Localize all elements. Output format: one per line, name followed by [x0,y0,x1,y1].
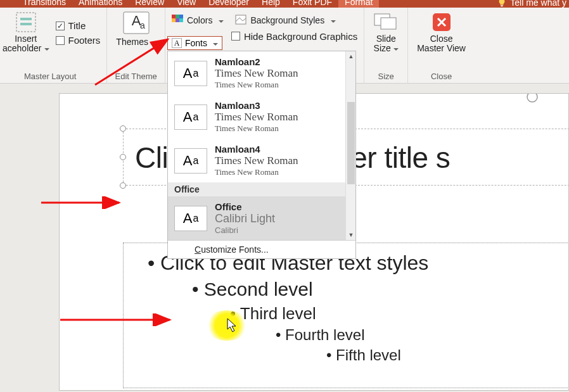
themes-icon: Aa [123,11,150,35]
font-swatch-icon: Aa [174,148,207,174]
fonts-scrollbar[interactable]: ▲ ▼ [345,51,355,240]
tab-view[interactable]: View [170,0,202,8]
font-scheme-name: Namloan4 [215,144,298,155]
colors-label: Colors [187,15,212,25]
font-scheme-namloan4[interactable]: Aa Namloan4 Times New Roman Times New Ro… [168,139,355,182]
insert-placeholder-icon [15,11,37,33]
hide-background-label: Hide Background Graphics [244,31,357,42]
font-scheme-heading: Calibri Light [215,212,275,225]
tab-review[interactable]: Review [129,0,170,8]
slide-size-button[interactable]: SlideSize [371,11,401,71]
close-icon [431,11,452,33]
tell-me-search[interactable]: Tell me what y [497,0,569,8]
title-checkbox[interactable]: Title [56,20,101,31]
font-scheme-heading: Times New Roman [215,67,298,80]
font-scheme-office[interactable]: Aa Office Calibri Light Calibri [168,196,355,240]
font-scheme-namloan2[interactable]: Aa Namloan2 Times New Roman Times New Ro… [168,51,355,95]
svg-rect-10 [172,18,176,22]
svg-rect-3 [20,23,32,25]
body-placeholder[interactable]: Click to edit Master text styles Second … [123,243,569,388]
footers-check-label: Footers [68,35,101,46]
font-scheme-name: Office [215,201,275,212]
svg-text:a: a [140,20,145,30]
colors-icon [172,15,183,26]
tab-format[interactable]: Format [338,0,379,8]
font-scheme-name: Namloan3 [215,100,298,111]
text-level-3[interactable]: Third level [230,303,569,325]
fonts-dropdown: Aa Namloan2 Times New Roman Times New Ro… [167,51,356,259]
tell-me-label: Tell me what y [510,0,566,8]
font-scheme-heading: Times New Roman [215,111,298,123]
svg-rect-7 [172,15,176,18]
font-swatch-icon: Aa [174,104,207,130]
scroll-up-button[interactable]: ▲ [346,51,355,61]
svg-point-17 [527,93,537,102]
fonts-icon: A [172,38,182,48]
tab-help[interactable]: Help [255,0,286,8]
fonts-button[interactable]: A Fonts [167,36,222,50]
background-styles-label: Background Styles [250,15,324,25]
svg-rect-1 [16,13,35,32]
hide-background-checkbox[interactable]: Hide Background Graphics [231,29,357,43]
tab-developer[interactable]: Developer [202,0,255,8]
text-level-4[interactable]: Fourth level [276,325,569,345]
colors-button[interactable]: Colors [172,15,224,26]
svg-rect-0 [501,5,504,6]
lightbulb-icon [497,0,506,7]
svg-rect-8 [176,15,179,18]
slide-size-icon [373,11,399,33]
scroll-down-button[interactable]: ▼ [346,230,355,240]
rotation-handle-icon[interactable] [525,93,539,104]
footers-checkbox[interactable]: Footers [56,35,101,46]
font-swatch-icon: Aa [174,206,207,231]
font-scheme-heading: Times New Roman [215,155,298,167]
text-level-5[interactable]: Fifth level [326,345,569,365]
group-master-layout: Master Layout [0,71,100,83]
font-swatch-icon: Aa [174,61,207,86]
font-scheme-body: Times New Roman [215,80,298,90]
tab-transitions[interactable]: Transitions [16,0,72,8]
font-section-office: Office [168,182,355,196]
background-styles-button[interactable]: Background Styles [235,15,336,26]
insert-placeholder-button[interactable]: Insertaceholder [0,11,52,71]
group-size: Size [371,71,401,83]
themes-label: Themes [116,37,148,47]
customize-fonts-label: ustomize Fonts... [201,244,269,255]
close-master-view-button[interactable]: CloseMaster View [414,11,468,71]
font-scheme-body: Times New Roman [215,123,298,134]
svg-rect-15 [381,18,396,29]
svg-rect-11 [176,18,179,22]
themes-button[interactable]: Aa Themes [113,11,158,71]
font-scheme-namloan3[interactable]: Aa Namloan3 Times New Roman Times New Ro… [168,95,355,139]
group-edit-theme: Edit Theme [113,71,158,83]
ribbon-tabstrip: Transitions Animations Review View Devel… [0,0,569,8]
tab-foxit-pdf[interactable]: Foxit PDF [286,0,338,8]
fonts-label: Fonts [185,38,207,48]
text-level-2[interactable]: Second level [192,277,569,303]
scroll-thumb[interactable] [347,102,355,184]
group-close: Close [414,71,468,83]
tab-animations[interactable]: Animations [72,0,129,8]
font-scheme-name: Namloan2 [215,56,298,67]
font-scheme-body: Calibri [215,225,275,235]
svg-rect-12 [179,18,183,22]
title-check-label: Title [68,20,86,31]
svg-rect-2 [20,18,32,20]
svg-rect-9 [179,15,183,18]
background-styles-icon [235,15,246,26]
insert-placeholder-label: Insertaceholder [3,34,49,54]
font-scheme-body: Times New Roman [215,167,298,177]
customize-fonts-button[interactable]: Customize Fonts... [168,241,355,258]
